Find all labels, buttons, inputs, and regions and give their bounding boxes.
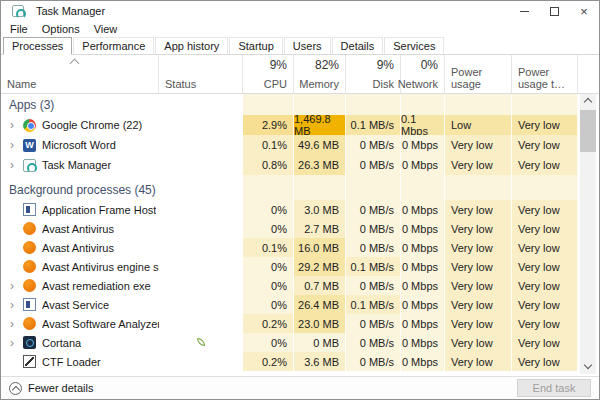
network-value: 0 Mbps bbox=[401, 135, 445, 155]
avast-icon bbox=[23, 241, 36, 254]
process-name: Cortana bbox=[42, 337, 81, 349]
taskmanager-icon bbox=[23, 159, 36, 172]
chevron-up-circle-icon bbox=[9, 382, 22, 395]
expand-chevron-icon[interactable]: › bbox=[5, 280, 19, 292]
column-header-name[interactable]: Name bbox=[1, 55, 159, 93]
disk-value: 0 MB/s bbox=[346, 276, 401, 295]
tab-services[interactable]: Services bbox=[384, 37, 444, 54]
expand-chevron-icon[interactable]: › bbox=[5, 337, 19, 349]
power-usage-value: Very low bbox=[445, 276, 512, 295]
process-row[interactable]: › Avast Software Analyzer 0.2% 23.0 MB 0… bbox=[1, 314, 578, 333]
cpu-value: 0% bbox=[243, 257, 294, 276]
network-value: 0 Mbps bbox=[401, 200, 445, 219]
power-usage-trend-value: Very low bbox=[512, 200, 578, 219]
power-usage-value: Very low bbox=[445, 155, 512, 175]
status-cell bbox=[159, 295, 243, 314]
tab-processes[interactable]: Processes bbox=[3, 37, 72, 54]
process-row[interactable]: › CTF Loader 0.2% 3.6 MB 0 MB/s 0 Mbps V… bbox=[1, 352, 578, 371]
close-button[interactable]: × bbox=[569, 1, 599, 21]
expand-chevron-icon[interactable]: › bbox=[5, 299, 19, 311]
tab-details[interactable]: Details bbox=[332, 37, 384, 54]
expand-chevron-icon[interactable]: › bbox=[5, 159, 19, 171]
status-cell bbox=[159, 276, 243, 295]
power-usage-value: Very low bbox=[445, 333, 512, 352]
sort-ascending-icon bbox=[71, 58, 78, 65]
column-header-power-usage[interactable]: Power usage bbox=[445, 55, 512, 93]
disk-value: 0 MB/s bbox=[346, 135, 401, 155]
minimize-button[interactable] bbox=[509, 1, 539, 21]
menu-bar: File Options View bbox=[1, 21, 599, 37]
process-row[interactable]: › Avast Service 0% 26.4 MB 0.1 MB/s 0 Mb… bbox=[1, 295, 578, 314]
memory-value: 1,469.8 MB bbox=[294, 115, 346, 135]
power-usage-value: Very low bbox=[445, 135, 512, 155]
status-cell bbox=[159, 352, 243, 371]
vertical-scrollbar[interactable] bbox=[580, 94, 596, 374]
column-header-power-usage-trend[interactable]: Power usage t… bbox=[512, 55, 578, 93]
power-usage-value: Very low bbox=[445, 314, 512, 333]
column-header-disk[interactable]: 9% Disk bbox=[346, 55, 401, 93]
process-row[interactable]: › Cortana 0% 0 MB 0 MB/s 0 Mbps Very low… bbox=[1, 333, 578, 352]
scroll-down-icon[interactable] bbox=[580, 360, 596, 374]
memory-value: 26.3 MB bbox=[294, 155, 346, 175]
process-row[interactable]: › Avast remediation exe 0% 0.7 MB 0 MB/s… bbox=[1, 276, 578, 295]
section-header-row[interactable]: Background processes (45) bbox=[1, 175, 578, 200]
section-header-row[interactable]: Apps (3) bbox=[1, 94, 578, 115]
tab-users[interactable]: Users bbox=[284, 37, 331, 54]
scrollbar-thumb[interactable] bbox=[580, 110, 596, 152]
process-name-cell: › Cortana bbox=[1, 333, 159, 352]
column-header-memory[interactable]: 82% Memory bbox=[294, 55, 346, 93]
expand-chevron-icon[interactable]: › bbox=[5, 318, 19, 330]
footer-bar: Fewer details End task bbox=[1, 376, 599, 399]
power-usage-trend-value: Very low bbox=[512, 115, 578, 135]
network-value: 0 Mbps bbox=[401, 276, 445, 295]
section-title: Background processes (45) bbox=[1, 175, 243, 200]
process-name: Avast Antivirus bbox=[42, 223, 114, 235]
tab-performance[interactable]: Performance bbox=[73, 37, 154, 54]
column-header-status[interactable]: Status bbox=[159, 55, 243, 93]
avast-icon bbox=[23, 279, 36, 292]
tab-app-history[interactable]: App history bbox=[155, 37, 228, 54]
process-row[interactable]: › Microsoft Word 0.1% 49.6 MB 0 MB/s 0 M… bbox=[1, 135, 578, 155]
process-name-cell: › CTF Loader bbox=[1, 352, 159, 371]
scroll-up-icon[interactable] bbox=[580, 94, 596, 108]
process-row[interactable]: › Avast Antivirus 0% 2.7 MB 0 MB/s 0 Mbp… bbox=[1, 219, 578, 238]
power-usage-value: Very low bbox=[445, 257, 512, 276]
disk-value: 0 MB/s bbox=[346, 238, 401, 257]
disk-value: 0.1 MB/s bbox=[346, 257, 401, 276]
menu-options[interactable]: Options bbox=[35, 23, 87, 35]
fewer-details-toggle[interactable]: Fewer details bbox=[9, 382, 93, 395]
disk-value: 0.1 MB/s bbox=[346, 115, 401, 135]
process-name: Application Frame Host bbox=[42, 204, 156, 216]
avast-icon bbox=[23, 260, 36, 273]
cpu-value: 0% bbox=[243, 333, 294, 352]
process-row[interactable]: › Task Manager 0.8% 26.3 MB 0 MB/s 0 Mbp… bbox=[1, 155, 578, 175]
status-cell bbox=[159, 115, 243, 135]
maximize-button[interactable] bbox=[539, 1, 569, 21]
column-header-network[interactable]: 0% Network bbox=[401, 55, 445, 93]
app-icon bbox=[12, 5, 24, 17]
power-usage-trend-value: Very low bbox=[512, 276, 578, 295]
process-row[interactable]: › Avast Antivirus 0.1% 16.0 MB 0 MB/s 0 … bbox=[1, 238, 578, 257]
tab-startup[interactable]: Startup bbox=[229, 37, 282, 54]
process-row[interactable]: › Avast Antivirus engine server 0% 29.2 … bbox=[1, 257, 578, 276]
title-bar[interactable]: Task Manager × bbox=[1, 1, 599, 21]
cpu-value: 2.9% bbox=[243, 115, 294, 135]
status-cell bbox=[159, 314, 243, 333]
section-title: Apps (3) bbox=[1, 94, 243, 115]
end-task-button[interactable]: End task bbox=[517, 379, 591, 397]
cpu-total-percent: 9% bbox=[270, 58, 287, 72]
menu-file[interactable]: File bbox=[3, 23, 35, 35]
process-row[interactable]: › Google Chrome (22) 2.9% 1,469.8 MB 0.1… bbox=[1, 115, 578, 135]
column-header-cpu[interactable]: 9% CPU bbox=[243, 55, 294, 93]
cpu-value: 0% bbox=[243, 219, 294, 238]
power-usage-trend-value: Very low bbox=[512, 135, 578, 155]
close-icon: × bbox=[580, 5, 588, 18]
avast-icon bbox=[23, 222, 36, 235]
expand-chevron-icon[interactable]: › bbox=[5, 139, 19, 151]
process-row[interactable]: › Application Frame Host 0% 3.0 MB 0 MB/… bbox=[1, 200, 578, 219]
column-header-row: Name Status 9% CPU 82% Memory 9% Disk 0%… bbox=[1, 55, 599, 94]
menu-view[interactable]: View bbox=[87, 23, 125, 35]
memory-value: 0.7 MB bbox=[294, 276, 346, 295]
process-list: Apps (3) › Google Chrome (22) 2.9% 1,469… bbox=[1, 94, 599, 374]
expand-chevron-icon[interactable]: › bbox=[5, 119, 19, 131]
